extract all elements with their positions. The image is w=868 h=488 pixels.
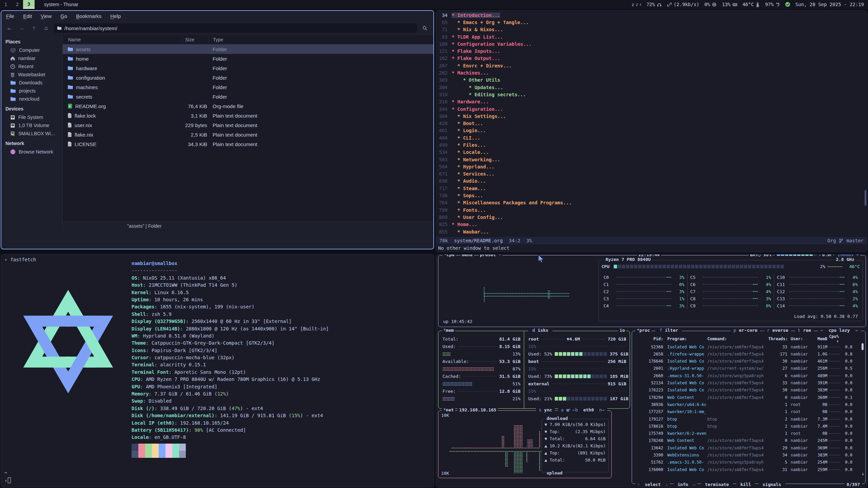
org-heading-line[interactable]: 584 * Hyprland... (436, 163, 867, 170)
clock[interactable]: Sun, 28 Sep 2025 - 22:19 (795, 2, 864, 7)
menu-edit[interactable]: Edit (23, 13, 32, 19)
memory-usage[interactable]: 13% (722, 2, 737, 7)
org-heading-line[interactable]: 484 * CLI... (436, 134, 867, 141)
proc-col-Cpu%[interactable]: Cpu% ↑ (827, 334, 839, 344)
up-button[interactable]: ↑ (29, 23, 39, 33)
proc-scrollbar[interactable] (862, 343, 864, 350)
org-heading-line[interactable]: 736 * Sops... (436, 192, 867, 199)
proc-action-select[interactable]: ↑ select ↓ (635, 482, 670, 487)
menu-bookmarks[interactable]: Bookmarks (76, 13, 101, 19)
sidebar-item-nextcloud[interactable]: nextcloud (1, 95, 62, 103)
file-row[interactable]: flake.nix2,5 KiBPlain text document (63, 130, 433, 139)
network-speed[interactable]: (2.9kb/s) (667, 2, 699, 7)
file-row[interactable]: secretsFolder (63, 92, 433, 101)
file-row[interactable]: configurationFolder (63, 73, 433, 82)
org-heading-line[interactable]: 534 * Locale... (436, 149, 867, 156)
cpu-tab-0[interactable]: ¹cpu (442, 254, 456, 257)
file-row[interactable]: machinesFolder (63, 82, 433, 92)
proc-col-Threads[interactable]: Threads: (768, 337, 787, 341)
workspace-1[interactable]: 1 (0, 0, 12, 9)
org-heading-line[interactable]: 65 * Emacs + Org + Tangle... (436, 19, 867, 26)
proc-col-Pid[interactable]: Pid: (636, 337, 663, 341)
proc-row[interactable]: 52134Isolated Web Co/nix/store/sm8fmrf3w… (636, 380, 857, 387)
menu-view[interactable]: View (41, 13, 52, 19)
org-heading-line[interactable]: 34* Introduction... (436, 12, 867, 19)
org-heading-line[interactable]: 499 * Files... (436, 141, 867, 148)
org-heading-line[interactable]: 109* Configuration Variables... (436, 40, 867, 47)
git-branch[interactable]: master (846, 238, 864, 243)
proc-col-Program[interactable]: Program: (667, 337, 707, 341)
menu-help[interactable]: Help (110, 13, 121, 19)
file-row[interactable]: hardwareFolder (63, 63, 433, 73)
proc-action-terminate[interactable]: terminate (701, 482, 733, 487)
path-bar[interactable]: /home/nambiar/system/ (54, 23, 417, 33)
cpu-usage[interactable]: 0% (705, 2, 717, 7)
emacs-scrollbar[interactable] (865, 190, 866, 206)
forward-button[interactable]: → (17, 23, 26, 33)
net-tab[interactable]: ³net (442, 407, 455, 412)
org-heading-line[interactable]: 310 * Editing secrets... (436, 91, 867, 98)
file-row[interactable]: assetsFolder (63, 44, 433, 54)
proc-row[interactable]: 2660.emacs-31.0.50-/nix/store/wnqz5pa8ra… (636, 372, 857, 379)
org-heading-line[interactable]: 563 * Networking... (436, 156, 867, 163)
org-heading-line[interactable]: 121* Flake Inputs... (436, 47, 867, 55)
mem-tab[interactable]: ²mem (442, 328, 455, 333)
proc-row[interactable]: 176646Isolated Web Co/nix/store/sm8fmrf3… (636, 358, 857, 365)
net-interface[interactable]: ←b eth0 n→ (570, 407, 607, 412)
io-tab[interactable]: io (618, 328, 626, 333)
proc-row[interactable]: 13642Isolated Web Co/nix/store/sm8fmrf3w… (636, 444, 857, 451)
workspace-3[interactable]: 3 (23, 0, 35, 9)
option-per-core[interactable]: per-core (731, 328, 760, 333)
sidebar-item-downloads[interactable]: Downloads (1, 79, 62, 87)
org-heading-line[interactable]: 799 * Fonts... (436, 206, 867, 214)
workspace-2[interactable]: 2 (12, 0, 23, 9)
buffer-name[interactable]: system/README.org (454, 238, 502, 243)
option-tree[interactable]: tree (795, 328, 814, 333)
org-heading-line[interactable]: 71 * Nix & Nixos... (436, 26, 867, 33)
org-heading-line[interactable]: 825* Home... (436, 221, 867, 228)
back-button[interactable]: ← (5, 23, 14, 33)
idle-inhibitor[interactable]: zzz (632, 2, 642, 7)
org-heading-line[interactable]: 93* TLDR App List... (436, 33, 867, 40)
proc-row[interactable]: 177257kworker/10:1-mm_1root0B0.0 (636, 408, 857, 415)
option-filter[interactable]: filter (657, 328, 681, 333)
proc-col-User[interactable]: User: (791, 337, 812, 341)
org-heading-line[interactable]: 698 * Audio... (436, 178, 867, 185)
proc-row[interactable]: 178294Web Content/nix/store/sm8fmrf3wps4… (636, 394, 857, 401)
org-heading-line[interactable]: 717 * Steam... (436, 185, 867, 192)
disks-tab[interactable]: disks (528, 328, 552, 333)
major-mode[interactable]: Org (827, 238, 836, 243)
cpu-tab-1[interactable]: menu (460, 254, 474, 257)
temperature[interactable]: 46°C (743, 2, 760, 7)
option-reverse[interactable]: reverse (764, 328, 791, 333)
proc-row[interactable]: 176223Isolated Web Co/nix/store/sm8fmrf3… (636, 387, 857, 394)
proc-col-Command[interactable]: Command: (707, 337, 768, 341)
proc-row[interactable]: 176000Isolated Web Co/nix/store/sm8fmrf3… (636, 466, 857, 473)
org-heading-line[interactable]: 304 * Updates... (436, 84, 867, 91)
sidebar-item-nambiar[interactable]: nambiar (1, 54, 62, 62)
sidebar-item-computer[interactable]: Computer (1, 46, 62, 54)
org-heading-line[interactable]: 671 * Services... (436, 170, 867, 178)
proc-filter[interactable]: filter (655, 328, 682, 333)
status-ok[interactable] (785, 2, 790, 7)
proc-action-kill[interactable]: kill (736, 482, 755, 487)
org-heading-line[interactable]: 855 * Waubar... (436, 228, 867, 235)
proc-row[interactable]: 51762.emacs-31.0.50-/nix/store/wnqz5pa8r… (636, 459, 857, 466)
option-sync[interactable]: sync (536, 407, 555, 412)
file-row[interactable]: LICENSE34,3 KiBPlain text document (63, 139, 433, 149)
org-heading-line[interactable]: 428 * Boot... (436, 120, 867, 127)
org-heading-line[interactable]: 282* Machines... (436, 69, 867, 76)
file-row[interactable]: flake.lock3,1 KiBPlain text document (63, 111, 433, 120)
proc-row[interactable]: 179127btopbtop2nambiar7.3M0.0 (636, 415, 857, 423)
file-list-header[interactable]: Name Size Type (63, 35, 433, 44)
battery[interactable]: 97% (765, 2, 780, 7)
menu-file[interactable]: File (6, 13, 14, 19)
org-heading-line[interactable]: 764 * Miscellaneous Packages and Program… (436, 199, 867, 206)
org-heading-line[interactable]: 344* Configuration... (436, 105, 867, 113)
file-row[interactable]: homeFolder (63, 54, 433, 63)
sidebar-item-1-0-tb-volume[interactable]: 1,0 TB Volume (1, 121, 62, 129)
proc-action-info[interactable]: info ↵ (673, 482, 697, 487)
proc-action-signals[interactable]: signals (758, 482, 785, 487)
org-heading-line[interactable]: 809 * User Config... (436, 214, 867, 221)
proc-col-MemB[interactable]: MemB (812, 337, 827, 341)
